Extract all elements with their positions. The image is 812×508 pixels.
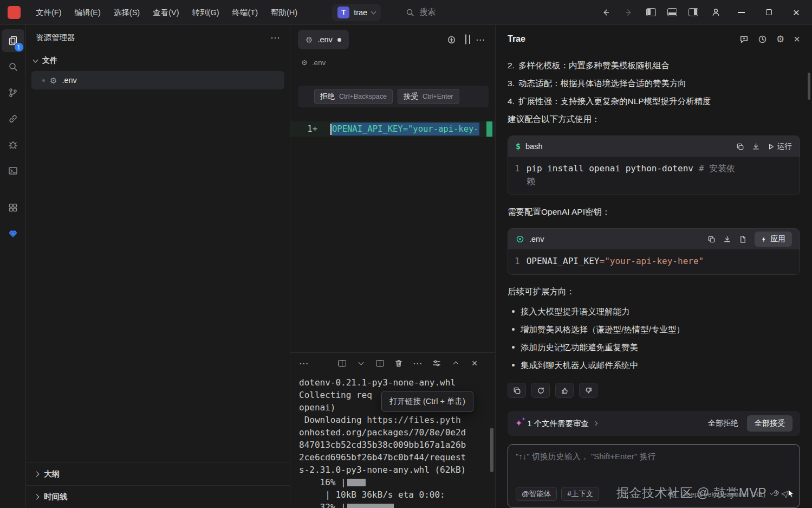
- toggle-panel-icon[interactable]: [667, 8, 677, 16]
- thumbs-down-icon[interactable]: [579, 383, 597, 398]
- more-icon[interactable]: ⋯: [411, 356, 425, 370]
- code-string: ="your-api-key-: [403, 124, 479, 134]
- global-search[interactable]: 搜索: [406, 7, 436, 17]
- apply-label: 应用: [770, 234, 785, 244]
- tune-icon[interactable]: [430, 356, 444, 370]
- menubar: 文件(F)编辑(E)选择(S)查看(V)转到(G)终端(T)帮助(H): [29, 4, 304, 21]
- history-icon[interactable]: [758, 35, 767, 44]
- activity-remote[interactable]: [2, 107, 24, 130]
- toggle-sidebar-icon[interactable]: [646, 8, 656, 16]
- forward-icon[interactable]: [623, 7, 635, 18]
- explorer-badge: 1: [15, 43, 23, 52]
- env-file-name: .env: [529, 235, 544, 243]
- chat-scrollbar[interactable]: [808, 73, 810, 100]
- back-icon[interactable]: [600, 7, 612, 18]
- code-key: OPENAI_API_KEY: [332, 124, 403, 134]
- insert-icon[interactable]: [723, 235, 731, 243]
- tab-env[interactable]: ⚙ .env: [298, 30, 349, 49]
- terminal-panel[interactable]: ⋯ ⋯ × dotenv-0.21.1-py3-none-any.whlColl…: [290, 352, 495, 508]
- apply-button[interactable]: 应用: [755, 232, 792, 247]
- outline-section-header[interactable]: 大纲: [26, 462, 290, 485]
- chevron-down-icon: [33, 57, 38, 63]
- minimize-button[interactable]: [733, 4, 749, 21]
- terminal-scrollbar[interactable]: [490, 428, 493, 472]
- activity-marketplace[interactable]: [2, 222, 24, 245]
- close-panel-icon[interactable]: ×: [794, 34, 800, 44]
- input-placeholder: "↑↓" 切换历史输入， "Shift+Enter" 换行: [516, 452, 792, 462]
- trash-icon[interactable]: [392, 356, 406, 370]
- copy-icon[interactable]: [707, 235, 716, 243]
- menu-item[interactable]: 查看(V): [146, 4, 185, 21]
- suggest-text: 建议配合以下方式使用：: [508, 110, 800, 128]
- terminal-tabs-icon[interactable]: [335, 356, 349, 370]
- more-icon[interactable]: ⋯: [270, 33, 280, 43]
- app-logo-icon[interactable]: [8, 6, 21, 19]
- close-icon[interactable]: ×: [467, 356, 482, 370]
- account-icon[interactable]: [710, 7, 722, 18]
- agent-chip[interactable]: @智能体: [516, 487, 557, 501]
- terminal-line: 2ce6cd6965bf26b47bc0bf44/request: [299, 451, 495, 464]
- message-actions: [508, 383, 800, 398]
- reject-button[interactable]: 拒绝 Ctrl+Backspace: [314, 89, 393, 104]
- line-number: 1+: [290, 124, 317, 134]
- activity-source-control[interactable]: [2, 81, 24, 104]
- search-placeholder: 搜索: [419, 7, 436, 17]
- insert-icon[interactable]: [752, 143, 760, 151]
- menu-item[interactable]: 文件(F): [29, 4, 68, 21]
- copy-icon[interactable]: [508, 383, 526, 398]
- more-icon[interactable]: ⋯: [476, 35, 485, 44]
- accept-label: 接受: [404, 92, 418, 101]
- file-name: .env: [62, 76, 76, 85]
- new-file-icon[interactable]: [739, 235, 747, 243]
- ai-actions-icon[interactable]: [447, 35, 456, 44]
- menu-item[interactable]: 终端(T): [225, 4, 264, 21]
- run-button[interactable]: 运行: [768, 142, 792, 151]
- chevron-down-icon: [371, 9, 376, 14]
- files-section-header[interactable]: 文件: [26, 56, 290, 66]
- bash-prompt: $: [516, 142, 521, 151]
- file-item-env[interactable]: ⚙ .env: [31, 71, 284, 89]
- reject-shortcut: Ctrl+Backspace: [339, 93, 387, 100]
- menu-item[interactable]: 编辑(E): [68, 4, 107, 21]
- code-editor[interactable]: 拒绝 Ctrl+Backspace 接受 Ctrl+Enter 1+ OPENA…: [290, 70, 495, 352]
- thumbs-up-icon[interactable]: [555, 383, 574, 398]
- link-icon: [8, 113, 18, 124]
- menu-item[interactable]: 转到(G): [186, 4, 226, 21]
- activity-explorer[interactable]: 1: [2, 29, 24, 52]
- more-icon[interactable]: ⋯: [299, 356, 309, 370]
- regenerate-icon[interactable]: [531, 383, 550, 398]
- search-icon: [8, 61, 18, 72]
- sparkle-icon: ✦✦: [515, 419, 522, 428]
- review-bar: ✦✦ 1 个文件需要审查 全部拒绝 全部接受: [508, 411, 800, 436]
- accept-all-button[interactable]: 全部接受: [747, 415, 792, 432]
- activity-terminal[interactable]: [2, 159, 24, 182]
- activity-search[interactable]: [2, 55, 24, 78]
- bullet-list-item: 接入大模型提升语义理解能力: [512, 303, 800, 320]
- activity-extensions[interactable]: [2, 196, 24, 219]
- split-editor-icon[interactable]: [465, 35, 466, 44]
- context-chip[interactable]: #上下文: [561, 487, 599, 501]
- breadcrumb[interactable]: ⚙ .env: [290, 54, 495, 70]
- chevron-up-icon[interactable]: [449, 356, 463, 370]
- git-branch-icon: [8, 87, 18, 98]
- toggle-secondary-sidebar-icon[interactable]: [688, 8, 698, 16]
- chevron-down-icon[interactable]: [354, 356, 368, 370]
- settings-gear-icon[interactable]: ⚙: [776, 35, 784, 44]
- env-code-block: .env 应用 1 OPENAI_API: [508, 228, 800, 275]
- chat-messages[interactable]: 2.多样化模板：内置多种赞美模板随机组合3.动态适配：根据具体语境选择合适的赞美…: [496, 53, 812, 403]
- accept-button[interactable]: 接受 Ctrl+Enter: [398, 89, 459, 104]
- split-terminal-icon[interactable]: [373, 356, 387, 370]
- project-switcher[interactable]: T trae: [332, 4, 381, 21]
- menu-item[interactable]: 帮助(H): [264, 4, 304, 21]
- terminal-line: 16% |: [299, 476, 495, 488]
- maximize-button[interactable]: [761, 4, 777, 21]
- new-chat-icon[interactable]: [739, 35, 749, 44]
- close-button[interactable]: ×: [788, 4, 804, 21]
- chevron-right-icon: [34, 472, 40, 477]
- activity-debug[interactable]: [2, 133, 24, 156]
- reject-all-button[interactable]: 全部拒绝: [708, 419, 738, 428]
- copy-icon[interactable]: [736, 143, 744, 151]
- timeline-section-header[interactable]: 时间线: [26, 485, 290, 508]
- gem-icon: [8, 228, 18, 239]
- menu-item[interactable]: 选择(S): [107, 4, 146, 21]
